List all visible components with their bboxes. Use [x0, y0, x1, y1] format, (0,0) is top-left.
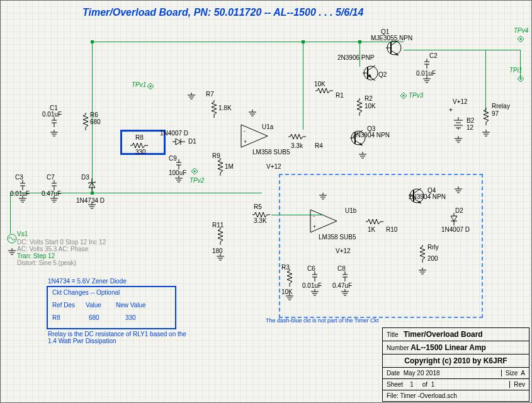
- r8-ref: R8: [135, 134, 144, 141]
- testpoint-tpv1: [147, 82, 154, 90]
- gnd-icon: [482, 130, 490, 139]
- c8-ref: C8: [337, 265, 346, 272]
- tb-title-lbl: Title: [387, 331, 399, 338]
- u1b-val: LM358 SUB5: [319, 234, 356, 241]
- gnd-icon: [310, 289, 319, 298]
- gnd-icon: [418, 268, 427, 276]
- r4-ref: R4: [315, 142, 323, 149]
- vs1-ref: Vs1: [17, 230, 28, 237]
- resistor-r1: [315, 88, 333, 94]
- opamp-u1b: -+: [309, 208, 338, 234]
- q2-ref: Q2: [378, 71, 387, 78]
- u1a-ref: U1a: [262, 123, 273, 130]
- rrelay-val: 97: [492, 110, 499, 117]
- resistor-r8: [130, 142, 148, 149]
- r6-val: 680: [90, 118, 101, 125]
- resistor-r4: [288, 133, 306, 140]
- capacitor-c7: [51, 180, 57, 190]
- r10-val: 1K: [368, 226, 375, 233]
- tb-file-lbl: File:: [387, 392, 399, 399]
- tb-copy: Copyright (c) 2010 by K6JRF: [404, 356, 507, 365]
- r1-ref: R1: [336, 92, 344, 99]
- gnd-icon: [174, 176, 183, 184]
- rrelay-ref: Rrelay: [492, 103, 510, 110]
- dash-note: The dash-blue ckt is not part of the Tim…: [266, 318, 379, 324]
- u1a-val: LM358 SUB5: [252, 149, 290, 156]
- gnd-icon: [454, 186, 463, 195]
- r1-val: 10K: [314, 81, 325, 88]
- diode-d3: [88, 178, 96, 191]
- c1-val: 0.01uF: [42, 111, 62, 118]
- rrly-ref: Rrly: [427, 244, 439, 251]
- r7-ref: R7: [206, 91, 214, 98]
- testpoint-tpv4: [517, 35, 524, 43]
- gnd-icon: [50, 196, 59, 205]
- col-refdes: Ref Des: [52, 302, 75, 309]
- c6-ref: C6: [307, 265, 315, 272]
- tp-label: TPi1: [509, 67, 523, 74]
- svg-text:+: +: [244, 139, 247, 145]
- b2-pos: +: [449, 106, 453, 113]
- sim-ac: AC: Volts 35.3 AC: Phase: [17, 246, 88, 253]
- testpoint-tpi1: [517, 75, 524, 82]
- tb-size: A: [521, 370, 525, 377]
- tb-size-lbl: Size: [506, 370, 518, 377]
- tp-label: TPv4: [514, 27, 528, 34]
- title-block: Title Timer/Overload Board Number AL--15…: [382, 327, 529, 402]
- junction: [302, 40, 305, 43]
- resistor-r7: [211, 100, 217, 118]
- rrelay-note: Rrelay is the DC resistance of RLY1 base…: [48, 331, 186, 344]
- svg-point-5: [403, 95, 405, 97]
- d1-val: 1N4007 D: [160, 130, 188, 137]
- source-vs1: [7, 234, 17, 244]
- c2-ref: C2: [429, 52, 438, 59]
- svg-text:+: +: [313, 224, 316, 230]
- page-title: Timer/Overload Board, PN: 50.011720 -- A…: [82, 7, 363, 18]
- resistor-rrelay: [483, 108, 489, 125]
- r6-ref: R6: [90, 111, 98, 118]
- resistor-r9: [217, 158, 224, 176]
- row-r8-ref: R8: [52, 314, 60, 321]
- capacitor-c2: [424, 59, 430, 69]
- v12-u1b: V+12: [336, 247, 351, 254]
- v12-b2: V+12: [453, 98, 468, 105]
- junction: [91, 191, 94, 195]
- tp-label: TPv3: [409, 92, 423, 99]
- gnd-icon: [216, 254, 225, 263]
- wire: [10, 193, 11, 234]
- c6-val: 0.01uF: [302, 282, 322, 289]
- gnd-icon: [358, 152, 367, 161]
- col-newvalue: New Value: [116, 302, 146, 309]
- u1b-ref: U1b: [345, 207, 356, 214]
- capacitor-c8: [342, 271, 348, 281]
- c9-ref: C9: [169, 155, 177, 162]
- testpoint-tpv2: [191, 167, 198, 175]
- r4-val: 3.3k: [291, 142, 303, 149]
- capacitor-c3: [20, 180, 26, 190]
- resistor-r10: [366, 219, 383, 225]
- svg-text:-: -: [244, 128, 246, 134]
- wire: [92, 42, 404, 42]
- tb-sheet-of: of: [422, 381, 427, 388]
- capacitor-c1: [51, 117, 57, 127]
- v12-u1a: V+12: [266, 163, 281, 170]
- tb-sheet-n: 1: [410, 381, 414, 388]
- resistor-r11: [217, 227, 224, 245]
- gnd-icon: [18, 196, 27, 205]
- gnd-icon: [50, 130, 59, 139]
- r7-val: 1.8K: [218, 105, 232, 111]
- resistor-r3: [286, 269, 293, 287]
- svg-text:-: -: [313, 213, 315, 219]
- svg-marker-19: [176, 139, 181, 145]
- resistor-r2: [356, 98, 363, 116]
- svg-marker-51: [89, 183, 95, 188]
- resistor-r6: [82, 113, 89, 130]
- svg-point-9: [520, 78, 522, 80]
- r8-val: 330: [135, 149, 146, 156]
- junction: [358, 40, 361, 43]
- gnd-icon: [454, 136, 463, 145]
- q3-val: 2N3904 NPN: [353, 132, 390, 139]
- q4-val: 2N3904 NPN: [409, 193, 446, 200]
- wire: [303, 42, 303, 130]
- rrly-val: 200: [427, 255, 438, 262]
